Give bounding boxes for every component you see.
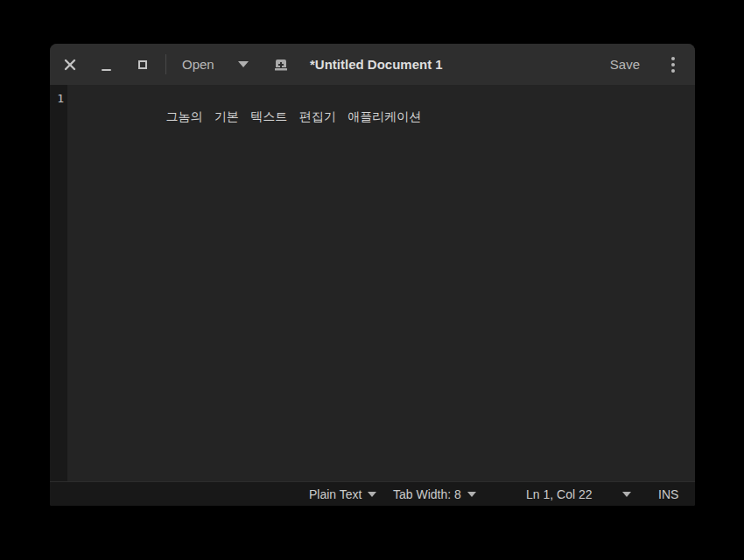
maximize-icon (138, 60, 147, 69)
chevron-down-icon (238, 61, 249, 67)
text-line: 그놈의 기본 텍스트 편집기 애플리케이션 (165, 109, 421, 123)
minimize-icon (102, 69, 111, 71)
new-document-button[interactable] (268, 52, 294, 78)
titlebar-separator (165, 54, 166, 74)
close-button[interactable] (57, 52, 83, 78)
line-number-gutter: 1 (50, 85, 67, 481)
new-document-icon (273, 57, 289, 73)
menu-button[interactable] (660, 52, 686, 78)
text-editor-window: Open *Untitled Document 1 Save 1 (50, 44, 695, 506)
line-number: 1 (50, 90, 64, 108)
statusbar: Plain Text Tab Width: 8 Ln 1, Col 22 INS (50, 481, 695, 506)
desktop-background: Open *Untitled Document 1 Save 1 (0, 0, 744, 560)
text-content[interactable]: 그놈의 기본 텍스트 편집기 애플리케이션 (67, 85, 695, 481)
kebab-menu-icon (671, 57, 675, 73)
open-dropdown-button[interactable] (230, 52, 256, 78)
input-mode-indicator: INS (658, 482, 678, 506)
goto-line-dropdown-button[interactable] (622, 482, 631, 506)
tab-width-label: Tab Width: 8 (393, 487, 461, 501)
language-selector[interactable]: Plain Text (309, 482, 376, 506)
close-icon (64, 59, 76, 71)
chevron-down-icon (368, 492, 376, 497)
window-title: *Untitled Document 1 (310, 44, 443, 85)
open-button[interactable]: Open (182, 44, 214, 85)
editor-area: 1 그놈의 기본 텍스트 편집기 애플리케이션 (50, 85, 695, 481)
maximize-button[interactable] (130, 52, 156, 78)
titlebar: Open *Untitled Document 1 Save (50, 44, 695, 85)
tab-width-selector[interactable]: Tab Width: 8 (393, 482, 476, 506)
chevron-down-icon (622, 492, 631, 497)
minimize-button[interactable] (93, 52, 119, 78)
chevron-down-icon (467, 492, 476, 497)
cursor-position-label: Ln 1, Col 22 (526, 487, 593, 501)
cursor-position-button[interactable]: Ln 1, Col 22 (526, 482, 593, 506)
language-label: Plain Text (309, 487, 361, 501)
save-button[interactable]: Save (610, 44, 640, 85)
